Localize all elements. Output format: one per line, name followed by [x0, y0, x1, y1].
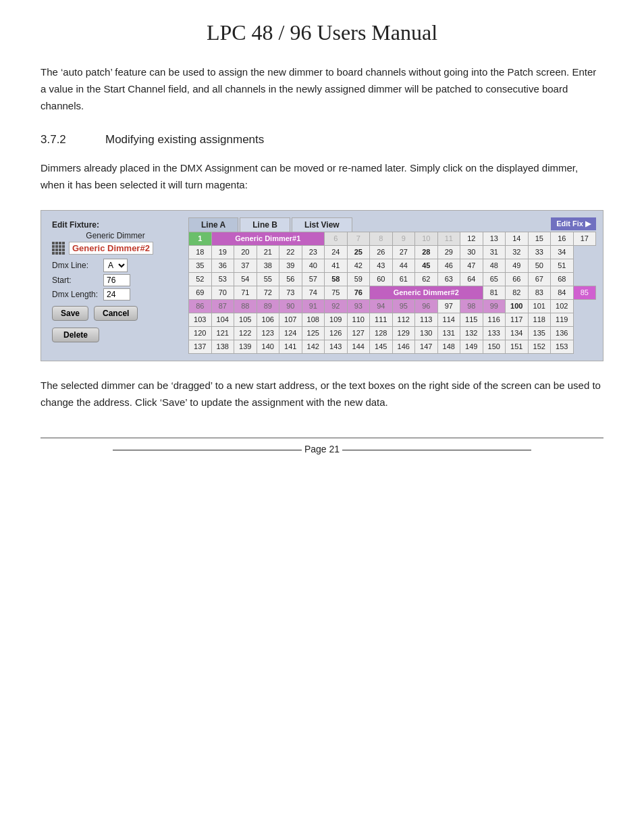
delete-button[interactable]: Delete	[52, 328, 99, 342]
cell-82[interactable]: 82	[506, 286, 529, 299]
cell-61[interactable]: 61	[392, 272, 415, 286]
cell-153[interactable]: 153	[551, 340, 574, 353]
cell-145[interactable]: 145	[370, 340, 393, 353]
cell-64[interactable]: 64	[460, 272, 483, 286]
cell-105[interactable]: 105	[234, 313, 257, 326]
cell-10[interactable]: 10	[415, 232, 438, 245]
cell-38[interactable]: 38	[257, 259, 279, 272]
cell-83[interactable]: 83	[528, 286, 551, 299]
cell-27[interactable]: 27	[392, 245, 415, 259]
cell-119[interactable]: 119	[551, 313, 574, 326]
cell-136[interactable]: 136	[551, 326, 574, 340]
dmx-length-input[interactable]	[103, 288, 130, 301]
cell-85[interactable]: 85	[573, 286, 596, 299]
cell-95[interactable]: 95	[392, 299, 415, 313]
cell-86[interactable]: 86	[189, 299, 212, 313]
cell-149[interactable]: 149	[460, 340, 483, 353]
cell-1[interactable]: 1	[189, 232, 212, 245]
cell-84[interactable]: 84	[551, 286, 574, 299]
cell-15[interactable]: 15	[528, 232, 551, 245]
cell-125[interactable]: 125	[302, 326, 325, 340]
cell-55[interactable]: 55	[257, 272, 279, 286]
tab-line-b[interactable]: Line B	[240, 217, 290, 232]
cell-6[interactable]: 6	[325, 232, 348, 245]
cell-118[interactable]: 118	[528, 313, 551, 326]
cell-97[interactable]: 97	[437, 299, 460, 313]
cell-23[interactable]: 23	[302, 245, 325, 259]
cell-50[interactable]: 50	[528, 259, 551, 272]
cell-48[interactable]: 48	[483, 259, 506, 272]
cell-60[interactable]: 60	[370, 272, 393, 286]
cell-146[interactable]: 146	[392, 340, 415, 353]
cell-30[interactable]: 30	[460, 245, 483, 259]
cell-47[interactable]: 47	[460, 259, 483, 272]
cell-129[interactable]: 129	[392, 326, 415, 340]
cell-generic-dimmer2[interactable]: Generic Dimmer#2	[370, 286, 483, 299]
cell-94[interactable]: 94	[370, 299, 393, 313]
tab-line-a[interactable]: Line A	[188, 217, 238, 232]
cell-44[interactable]: 44	[392, 259, 415, 272]
cell-104[interactable]: 104	[211, 313, 234, 326]
cell-120[interactable]: 120	[189, 326, 212, 340]
cell-91[interactable]: 91	[302, 299, 325, 313]
cell-110[interactable]: 110	[347, 313, 370, 326]
cell-143[interactable]: 143	[325, 340, 348, 353]
cell-150[interactable]: 150	[483, 340, 506, 353]
cell-87[interactable]: 87	[211, 299, 234, 313]
cell-17[interactable]: 17	[573, 232, 596, 245]
cell-33[interactable]: 33	[528, 245, 551, 259]
cell-100[interactable]: 100	[506, 299, 529, 313]
cell-18[interactable]: 18	[189, 245, 212, 259]
cell-102[interactable]: 102	[551, 299, 574, 313]
cell-128[interactable]: 128	[370, 326, 393, 340]
cell-148[interactable]: 148	[437, 340, 460, 353]
cell-13[interactable]: 13	[483, 232, 506, 245]
cell-24[interactable]: 24	[325, 245, 348, 259]
cell-132[interactable]: 132	[460, 326, 483, 340]
cell-131[interactable]: 131	[437, 326, 460, 340]
tab-list-view[interactable]: List View	[292, 217, 352, 232]
cell-62[interactable]: 62	[415, 272, 438, 286]
cell-28[interactable]: 28	[415, 245, 438, 259]
cell-72[interactable]: 72	[257, 286, 279, 299]
cell-73[interactable]: 73	[279, 286, 302, 299]
cell-31[interactable]: 31	[483, 245, 506, 259]
cell-140[interactable]: 140	[257, 340, 279, 353]
cell-26[interactable]: 26	[370, 245, 393, 259]
cell-108[interactable]: 108	[302, 313, 325, 326]
cell-103[interactable]: 103	[189, 313, 212, 326]
cell-114[interactable]: 114	[437, 313, 460, 326]
cell-151[interactable]: 151	[506, 340, 529, 353]
cell-71[interactable]: 71	[234, 286, 257, 299]
cell-113[interactable]: 113	[415, 313, 438, 326]
cell-53[interactable]: 53	[211, 272, 234, 286]
cell-14[interactable]: 14	[506, 232, 529, 245]
edit-fix-button[interactable]: Edit Fix ▶	[551, 217, 596, 230]
cell-98[interactable]: 98	[460, 299, 483, 313]
cell-93[interactable]: 93	[347, 299, 370, 313]
cell-96[interactable]: 96	[415, 299, 438, 313]
cell-36[interactable]: 36	[211, 259, 234, 272]
cell-42[interactable]: 42	[347, 259, 370, 272]
cell-115[interactable]: 115	[460, 313, 483, 326]
cell-89[interactable]: 89	[257, 299, 279, 313]
cell-21[interactable]: 21	[257, 245, 279, 259]
cell-29[interactable]: 29	[437, 245, 460, 259]
cell-32[interactable]: 32	[506, 245, 529, 259]
cell-76[interactable]: 76	[347, 286, 370, 299]
cell-59[interactable]: 59	[347, 272, 370, 286]
cell-116[interactable]: 116	[483, 313, 506, 326]
start-input[interactable]	[103, 274, 130, 286]
cell-130[interactable]: 130	[415, 326, 438, 340]
cell-92[interactable]: 92	[325, 299, 348, 313]
cell-45[interactable]: 45	[415, 259, 438, 272]
cell-135[interactable]: 135	[528, 326, 551, 340]
cell-66[interactable]: 66	[506, 272, 529, 286]
cell-49[interactable]: 49	[506, 259, 529, 272]
cell-117[interactable]: 117	[506, 313, 529, 326]
cell-101[interactable]: 101	[528, 299, 551, 313]
cell-39[interactable]: 39	[279, 259, 302, 272]
cell-90[interactable]: 90	[279, 299, 302, 313]
cell-58[interactable]: 58	[325, 272, 348, 286]
cell-70[interactable]: 70	[211, 286, 234, 299]
